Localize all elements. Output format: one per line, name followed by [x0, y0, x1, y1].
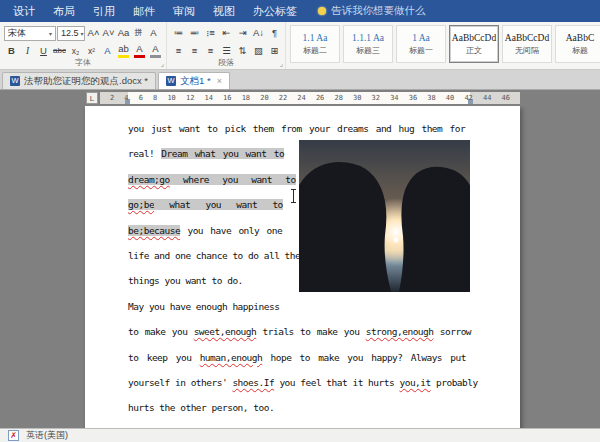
proofing-errors-icon[interactable]: ✗: [8, 430, 19, 441]
document-tab-label: 文档1 *: [180, 75, 211, 88]
tell-me-search[interactable]: 告诉我你想要做什么: [318, 4, 426, 18]
paragraph-marks-icon[interactable]: ¶: [267, 25, 282, 41]
font-group: 宋体▾ 12.5▾ A˄A˅Aa拼A BIUabcx₂x²AabAA 字体 ⌟: [0, 22, 167, 69]
phonetic-guide-icon[interactable]: 拼: [131, 25, 146, 41]
style-preview: AaBbCcDd: [505, 33, 549, 43]
clear-formatting-icon[interactable]: A: [146, 25, 161, 41]
text-segment: May you have enough happiness: [128, 301, 279, 312]
chevron-down-icon: ▾: [81, 30, 84, 37]
ruler-numbers: 2468101214161820222426283032343638404244…: [100, 92, 520, 104]
document-tab[interactable]: W法帮助您证明您的观点.docx *: [2, 72, 156, 89]
tell-me-label: 告诉我你想要做什么: [331, 4, 426, 18]
text-segment: strong,enough: [366, 326, 434, 337]
ribbon: 宋体▾ 12.5▾ A˄A˅Aa拼A BIUabcx₂x²AabAA 字体 ⌟ …: [0, 22, 600, 70]
word-doc-icon: W: [10, 76, 20, 86]
ruler-number: 38: [427, 92, 435, 104]
increase-indent-icon[interactable]: ⇥: [235, 25, 250, 41]
menu-tab[interactable]: 视图: [204, 0, 244, 22]
text-segment: where you want to: [170, 174, 296, 185]
menu-tab[interactable]: 审阅: [164, 0, 204, 22]
style-preview: AaBbCcDd: [452, 33, 496, 43]
text-line[interactable]: to make you sweet,enough trials to make …: [128, 319, 476, 344]
style-card[interactable]: AaBbCcDd正文: [449, 25, 499, 63]
menu-tab[interactable]: 办公标签: [244, 0, 306, 22]
paragraph-group-label: 段落: [167, 57, 285, 68]
font-size-combo[interactable]: 12.5▾: [57, 26, 85, 41]
font-name-combo[interactable]: 宋体▾: [4, 26, 56, 41]
paragraph-group: ≔≕⁝≡⇤⇥A↓¶ ≡≡≡☰⇅▨⊞ 段落 ⌟: [167, 22, 286, 69]
style-name: 标题二: [303, 45, 327, 56]
text-segment: shoes.If: [232, 377, 274, 388]
page[interactable]: you just want to pick them from your dre…: [85, 106, 520, 428]
tab-close-icon[interactable]: ×: [217, 76, 222, 86]
text-segment: hurts the other person, too.: [128, 402, 274, 413]
horizontal-ruler[interactable]: 2468101214161820222426283032343638404244…: [100, 92, 520, 104]
shrink-font-icon[interactable]: A˅: [101, 25, 116, 41]
paragraph-dialog-launcher[interactable]: ⌟: [280, 60, 283, 68]
text-segment: yourself in others': [128, 377, 232, 388]
text-segment: dream;go: [128, 174, 170, 185]
style-preview: 1.1 Aa: [303, 33, 328, 43]
text-segment: Dream what you want to: [161, 148, 284, 159]
ruler-number: 2: [110, 92, 114, 104]
para-row1-icons: ≔≕⁝≡⇤⇥A↓¶: [171, 25, 282, 41]
decrease-indent-icon[interactable]: ⇤: [219, 25, 234, 41]
photo-lens-flare: [394, 238, 399, 243]
text-segment: you feel that it hurts: [274, 377, 399, 388]
ruler-number: 16: [223, 92, 231, 104]
ruler-number: 18: [242, 92, 250, 104]
ruler-number: 46: [502, 92, 510, 104]
tab-stop-selector[interactable]: L: [86, 92, 98, 104]
style-card[interactable]: AaBbCcDd无间隔: [502, 25, 552, 63]
menu-tab[interactable]: 引用: [84, 0, 124, 22]
menu-tab[interactable]: 设计: [4, 0, 44, 22]
ruler-number: 42: [464, 92, 472, 104]
text-segment: you,it: [399, 377, 430, 388]
multilevel-list-icon[interactable]: ⁝≡: [203, 25, 218, 41]
font-dialog-launcher[interactable]: ⌟: [161, 60, 164, 68]
text-line[interactable]: to keep you human,enough hope to make yo…: [128, 345, 476, 370]
style-card[interactable]: 1 Aa标题一: [396, 25, 446, 63]
chevron-down-icon: ▾: [49, 30, 52, 37]
menu-tab[interactable]: 邮件: [124, 0, 164, 22]
ruler-number: 14: [205, 92, 213, 104]
ruler-number: 20: [260, 92, 268, 104]
text-segment: real!: [128, 148, 161, 159]
ruler-number: 36: [409, 92, 417, 104]
text-line[interactable]: May you have enough happiness: [128, 294, 476, 319]
text-segment: you have only one: [180, 225, 282, 236]
menu-tabs: 设计布局引用邮件审阅视图办公标签: [4, 0, 306, 22]
bullet-list-icon[interactable]: ≔: [171, 25, 186, 41]
text-line[interactable]: The happiest of people don't necessarily…: [128, 421, 476, 428]
ruler-number: 26: [316, 92, 324, 104]
style-preview: 1.1.1 Aa: [352, 33, 384, 43]
style-card[interactable]: 1.1.1 Aa标题三: [343, 25, 393, 63]
styles-group: 1.1 Aa标题二1.1.1 Aa标题三1 Aa标题一AaBbCcDd正文AaB…: [286, 22, 600, 69]
ruler-number: 12: [186, 92, 194, 104]
text-line[interactable]: you just want to pick them from your dre…: [128, 116, 476, 141]
style-card[interactable]: AaBbC标题: [555, 25, 600, 63]
style-name: 正文: [466, 45, 482, 56]
ruler-number: 34: [390, 92, 398, 104]
ruler-row: L 24681012141618202224262830323436384042…: [0, 90, 600, 106]
text-segment: to make you: [128, 326, 194, 337]
grow-font-icon[interactable]: A˄: [86, 25, 101, 41]
text-line[interactable]: hurts the other person, too.: [128, 395, 476, 420]
style-name: 标题一: [409, 45, 433, 56]
text-segment: hope to make you happy? Always put: [262, 352, 466, 363]
ruler-number: 22: [279, 92, 287, 104]
text-segment: things you want to do.: [128, 275, 243, 286]
text-line[interactable]: yourself in others' shoes.If you feel th…: [128, 370, 476, 395]
language-status[interactable]: 英语(美国): [26, 429, 68, 442]
ruler-number: 8: [153, 92, 157, 104]
numbered-list-icon[interactable]: ≕: [187, 25, 202, 41]
change-case-icon[interactable]: Aa: [116, 25, 131, 41]
style-card[interactable]: 1.1 Aa标题二: [290, 25, 340, 63]
ibeam-cursor: [290, 189, 297, 203]
sunset-couple-photo[interactable]: [299, 140, 470, 292]
ruler-number: 28: [334, 92, 342, 104]
document-area: you just want to pick them from your dre…: [0, 106, 600, 428]
sort-icon[interactable]: A↓: [251, 25, 266, 41]
menu-tab[interactable]: 布局: [44, 0, 84, 22]
document-tab[interactable]: W文档1 *×: [158, 72, 230, 89]
